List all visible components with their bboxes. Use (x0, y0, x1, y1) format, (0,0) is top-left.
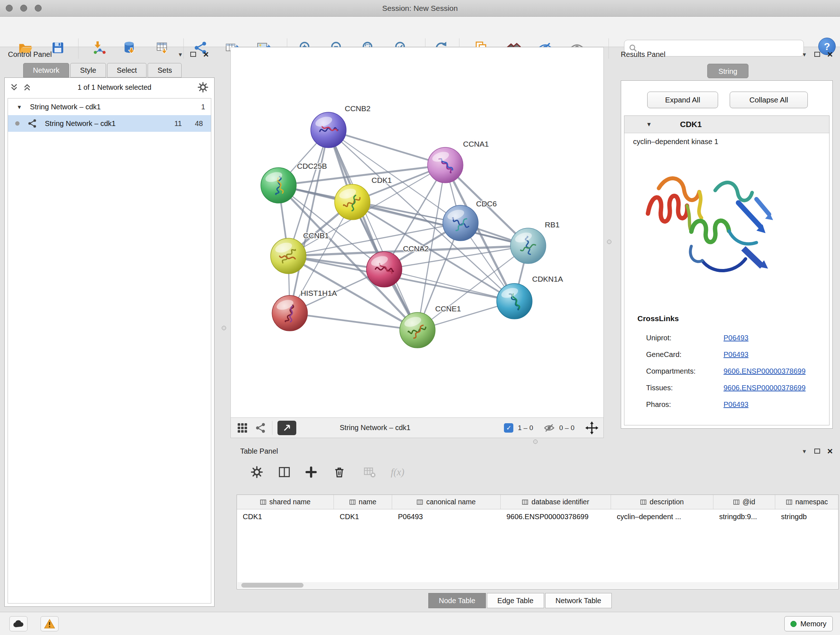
network-node-CCNB1[interactable] (271, 238, 306, 274)
network-node-CCNA1[interactable] (428, 147, 463, 183)
tab-network[interactable]: Network (23, 63, 69, 78)
network-row[interactable]: String Network – cdk1 11 48 (8, 115, 211, 132)
table-cell[interactable]: CDK1 (334, 513, 392, 521)
tab-edge-table[interactable]: Edge Table (487, 593, 544, 608)
network-node-CCNA2[interactable] (366, 252, 402, 287)
network-node-label: HIST1H1A (301, 289, 337, 297)
tab-network-table[interactable]: Network Table (545, 593, 612, 608)
network-node-CDC25B[interactable] (261, 168, 296, 203)
hidden-eye-slash-icon[interactable] (543, 422, 555, 434)
plus-icon (305, 466, 317, 478)
expand-all-icon[interactable] (23, 83, 32, 92)
memory-button[interactable]: Memory (784, 616, 833, 631)
pan-crosshair-icon[interactable] (585, 421, 598, 434)
splitter-handle[interactable] (222, 326, 226, 330)
horizontal-scrollbar[interactable] (238, 582, 837, 588)
network-edge[interactable] (290, 313, 417, 330)
function-builder-button-disabled[interactable]: f(x) (385, 463, 410, 481)
table-cell[interactable]: stringdb (775, 513, 838, 521)
network-edge[interactable] (328, 130, 445, 165)
table-cell[interactable]: P06493 (392, 513, 501, 521)
gear-icon[interactable] (197, 82, 208, 93)
network-list-button[interactable] (254, 421, 267, 434)
splitter-handle[interactable] (533, 440, 538, 444)
maximize-window-button[interactable] (35, 5, 42, 11)
network-title: String Network – cdk1 (340, 424, 411, 432)
minimize-window-button[interactable] (20, 5, 27, 11)
selected-checkbox-icon[interactable]: ✓ (504, 423, 513, 432)
cloud-status-button[interactable] (9, 616, 27, 631)
column-header-database-identifier[interactable]: database identifier (501, 495, 611, 509)
table-cell[interactable]: stringdb:9... (714, 513, 775, 521)
panel-menu-icon[interactable]: ▼ (802, 51, 807, 57)
network-node-CCNB2[interactable] (311, 112, 346, 148)
table-cell[interactable]: cyclin–dependent ... (611, 513, 714, 521)
network-node-RB1[interactable] (510, 228, 546, 264)
scrollbar-thumb[interactable] (241, 583, 303, 587)
delete-column-button[interactable] (331, 463, 348, 481)
column-header-shared-name[interactable]: shared name (237, 495, 334, 509)
tab-string[interactable]: String (707, 64, 748, 78)
show-columns-button[interactable] (276, 463, 293, 481)
column-header-namespac[interactable]: namespac (775, 495, 838, 509)
column-header-description[interactable]: description (611, 495, 714, 509)
results-panel-title: Results Panel (621, 50, 665, 59)
network-view-toolbar: String Network – cdk1 ✓ 1 – 0 0 – 0 (231, 417, 603, 438)
close-window-button[interactable] (6, 5, 13, 11)
warning-status-button[interactable] (41, 616, 58, 631)
network-node-CDK1[interactable] (335, 184, 370, 220)
table-settings-button[interactable] (248, 463, 265, 481)
grid-view-button[interactable] (236, 421, 249, 434)
column-header-canonical-name[interactable]: canonical name (392, 495, 501, 509)
panel-float-icon[interactable] (814, 52, 820, 57)
crosslink-link[interactable]: P06493 (723, 401, 748, 409)
network-edge[interactable] (328, 130, 417, 330)
disclosure-triangle-icon[interactable]: ▼ (17, 104, 22, 110)
column-header--id[interactable]: @id (714, 495, 775, 509)
tab-sets[interactable]: Sets (148, 63, 182, 78)
panel-menu-icon[interactable]: ▼ (178, 51, 183, 57)
network-edge[interactable] (384, 269, 515, 301)
crosslink-link[interactable]: 9606.ENSP00000378699 (723, 384, 806, 392)
gene-section-header[interactable]: ▼ CDK1 (624, 116, 829, 133)
tab-node-table[interactable]: Node Table (428, 593, 486, 608)
table-cell[interactable]: CDK1 (237, 513, 334, 521)
gene-section: ▼ CDK1 cyclin–dependent kinase 1 (624, 116, 829, 425)
table-cell[interactable]: 9606.ENSP00000378699 (501, 513, 611, 521)
network-selector-label: 1 of 1 Network selected (32, 83, 197, 92)
crosslink-link[interactable]: P06493 (723, 334, 748, 342)
network-node-CCNE1[interactable] (400, 312, 435, 348)
crosslink-link[interactable]: P06493 (723, 350, 748, 359)
panel-close-icon[interactable]: × (827, 448, 833, 455)
network-collection-row[interactable]: ▼ String Network – cdk1 1 (8, 98, 211, 115)
crosslink-row: Uniprot:P06493 (638, 329, 822, 346)
network-graph[interactable]: CCNB2CCNA1CDC25BCDK1CDC6RB1CCNB1CCNA2CDK… (231, 48, 603, 417)
control-panel-tabs: NetworkStyleSelectSets (23, 63, 183, 78)
collapse-all-button[interactable]: Collapse All (729, 92, 808, 108)
network-edge[interactable] (290, 130, 328, 313)
table-panel-header: Table Panel ▼ × (235, 444, 840, 458)
tab-select[interactable]: Select (107, 63, 147, 78)
tab-style[interactable]: Style (70, 63, 106, 78)
birdseye-button[interactable] (278, 421, 296, 435)
titlebar: Session: New Session (0, 0, 840, 17)
add-column-button[interactable] (302, 463, 320, 481)
table-row[interactable]: CDK1CDK1P064939606.ENSP00000378699cyclin… (237, 509, 838, 524)
delete-table-button-disabled[interactable] (361, 463, 378, 481)
network-canvas[interactable]: CCNB2CCNA1CDC25BCDK1CDC6RB1CCNB1CCNA2CDK… (231, 47, 604, 438)
panel-close-icon[interactable]: × (203, 51, 209, 58)
panel-float-icon[interactable] (190, 52, 196, 57)
network-node-CDC6[interactable] (443, 205, 478, 241)
panel-float-icon[interactable] (814, 448, 820, 454)
network-node-CDKN1A[interactable] (497, 283, 532, 319)
expand-all-button[interactable]: Expand All (647, 92, 718, 108)
splitter-handle[interactable] (607, 240, 611, 244)
column-header-name[interactable]: name (334, 495, 392, 509)
collapse-all-icon[interactable] (10, 83, 19, 92)
fx-icon: f(x) (391, 467, 404, 478)
disclosure-triangle-icon[interactable]: ▼ (646, 121, 652, 128)
crosslink-link[interactable]: 9606.ENSP00000378699 (723, 367, 806, 375)
panel-close-icon[interactable]: × (827, 51, 833, 58)
network-node-HIST1H1A[interactable] (272, 295, 308, 331)
panel-menu-icon[interactable]: ▼ (802, 448, 807, 454)
